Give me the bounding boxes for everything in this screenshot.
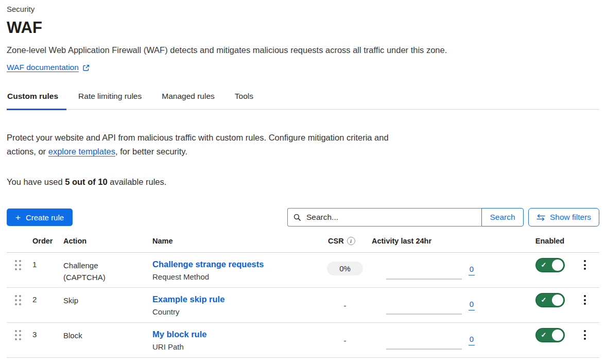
rule-action-line1: Challenge: [63, 259, 152, 271]
rule-name-cell: Example skip rule Country: [152, 288, 318, 322]
activity-sparkline: [386, 279, 462, 280]
search-group: Search: [287, 208, 524, 227]
activity-count-link[interactable]: 0: [469, 335, 475, 345]
external-link-icon: [82, 64, 90, 72]
kebab-menu-icon[interactable]: [582, 259, 588, 271]
rule-action-line1: Block: [63, 330, 152, 341]
tab-tools[interactable]: Tools: [234, 92, 262, 109]
plus-icon: +: [15, 213, 21, 222]
rule-order: 3: [32, 323, 63, 357]
search-box: [287, 208, 481, 227]
activity-sparkline: [386, 314, 462, 315]
enabled-cell: ✓: [524, 253, 576, 287]
rule-action-line2: (CAPTCHA): [63, 271, 152, 283]
header-activity: Activity last 24hr: [372, 237, 475, 245]
enabled-toggle[interactable]: ✓: [535, 293, 565, 307]
row-spacer: [475, 253, 524, 287]
enabled-toggle[interactable]: ✓: [535, 258, 565, 272]
toolbar: + Create rule Search: [7, 208, 599, 227]
usage-prefix: You have used: [7, 177, 65, 186]
activity-cell: 0: [372, 323, 475, 357]
swap-arrows-icon: [536, 214, 545, 221]
toggle-knob: [552, 330, 563, 341]
header-csr-label: CSR: [328, 237, 344, 245]
intro-after: , for better security.: [115, 147, 187, 156]
rule-field: URI Path: [152, 342, 318, 352]
rule-name-link[interactable]: Challenge strange requests: [152, 259, 264, 269]
kebab-menu-icon[interactable]: [582, 329, 588, 341]
activity-cell: 0: [372, 288, 475, 322]
drag-handle-icon[interactable]: [15, 295, 21, 305]
menu-cell: [576, 323, 599, 357]
csr-value: -: [344, 301, 347, 310]
header-order: Order: [32, 237, 63, 245]
rule-field: Request Method: [152, 272, 318, 282]
rules-table: Order Action Name CSR i Activity last 24…: [7, 237, 599, 358]
toggle-knob: [552, 259, 563, 271]
drag-handle-icon[interactable]: [15, 260, 21, 270]
breadcrumb: Security: [7, 4, 599, 14]
rule-action: Block: [63, 323, 152, 357]
csr-cell: -: [318, 288, 372, 322]
rule-action-line1: Skip: [63, 294, 152, 306]
csr-value: -: [344, 336, 347, 345]
rule-order: 2: [32, 288, 63, 322]
usage-suffix: available rules.: [108, 177, 167, 186]
table-row: 3 Block My block rule URI Path - 0 ✓: [7, 323, 599, 358]
info-icon[interactable]: i: [347, 237, 355, 245]
header-enabled: Enabled: [524, 237, 576, 245]
table-row: 2 Skip Example skip rule Country - 0 ✓: [7, 288, 599, 323]
page-description: Zone-level Web Application Firewall (WAF…: [7, 45, 599, 55]
create-rule-button[interactable]: + Create rule: [7, 209, 73, 226]
rule-order: 1: [32, 253, 63, 287]
toggle-knob: [552, 294, 563, 306]
csr-cell: -: [318, 323, 372, 357]
check-icon: ✓: [541, 261, 547, 269]
enabled-toggle[interactable]: ✓: [535, 328, 565, 342]
waf-documentation-link[interactable]: WAF documentation: [7, 62, 79, 73]
activity-count-link[interactable]: 0: [469, 265, 475, 275]
intro-text: Protect your website and API from malici…: [7, 131, 390, 159]
kebab-menu-icon[interactable]: [582, 294, 588, 306]
show-filters-button[interactable]: Show filters: [528, 208, 599, 227]
rule-name-link[interactable]: My block rule: [152, 330, 206, 339]
table-row: 1 Challenge (CAPTCHA) Challenge strange …: [7, 253, 599, 288]
toolbar-right: Search Show filters: [287, 208, 599, 227]
rule-name-cell: My block rule URI Path: [152, 323, 318, 357]
activity-sparkline: [386, 349, 462, 350]
tab-custom-rules[interactable]: Custom rules: [7, 92, 66, 109]
row-spacer: [475, 323, 524, 357]
activity-cell: 0: [372, 253, 475, 287]
search-icon: [293, 214, 301, 221]
enabled-cell: ✓: [524, 323, 576, 357]
rule-name-link[interactable]: Example skip rule: [152, 294, 224, 304]
create-rule-label: Create rule: [26, 213, 64, 222]
menu-cell: [576, 288, 599, 322]
tab-managed-rules[interactable]: Managed rules: [161, 92, 223, 109]
drag-cell: [7, 288, 32, 322]
search-input[interactable]: [305, 212, 476, 222]
row-spacer: [475, 288, 524, 322]
tab-bar: Custom rules Rate limiting rules Managed…: [7, 92, 599, 110]
activity-count-link[interactable]: 0: [469, 300, 475, 310]
rule-action: Challenge (CAPTCHA): [63, 253, 152, 287]
check-icon: ✓: [541, 331, 547, 339]
rule-field: Country: [152, 307, 318, 317]
waf-page: Security WAF Zone-level Web Application …: [0, 0, 606, 358]
doc-link-row: WAF documentation: [7, 62, 599, 73]
usage-text: You have used 5 out of 10 available rule…: [7, 177, 599, 187]
table-body: 1 Challenge (CAPTCHA) Challenge strange …: [7, 253, 599, 358]
header-action: Action: [63, 237, 152, 245]
tab-rate-limiting-rules[interactable]: Rate limiting rules: [78, 92, 150, 109]
enabled-cell: ✓: [524, 288, 576, 322]
explore-templates-link[interactable]: explore templates: [48, 147, 115, 156]
menu-cell: [576, 253, 599, 287]
usage-count: 5 out of 10: [65, 177, 108, 186]
show-filters-label: Show filters: [550, 213, 591, 222]
search-button[interactable]: Search: [481, 208, 524, 227]
header-csr: CSR i: [318, 237, 372, 245]
drag-handle-icon[interactable]: [15, 330, 21, 340]
csr-value: 0%: [327, 262, 363, 275]
header-name: Name: [152, 237, 318, 245]
drag-cell: [7, 323, 32, 357]
